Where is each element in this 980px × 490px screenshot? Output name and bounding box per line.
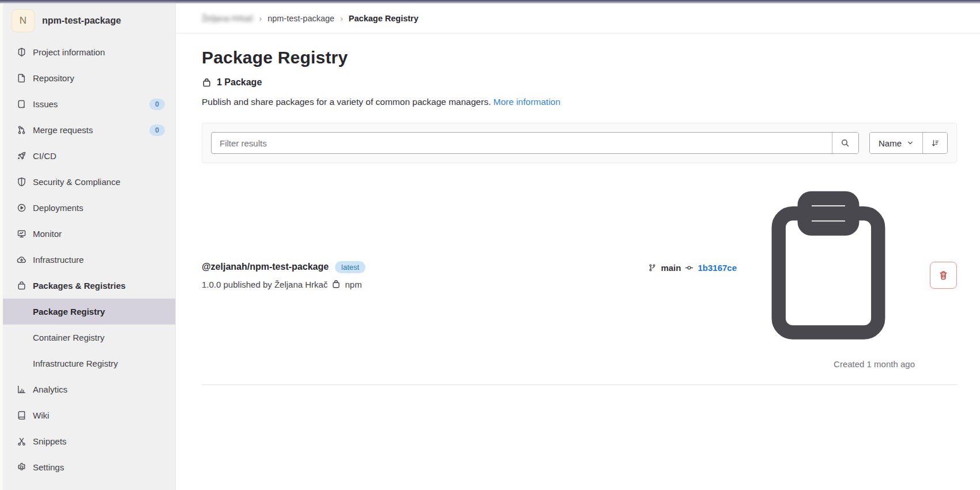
issues-icon (17, 99, 27, 109)
search-icon (840, 138, 850, 148)
package-info: @zeljanah/npm-test-package latest 1.0.0 … (202, 261, 365, 289)
package-type-label: npm (345, 280, 361, 289)
package-count-label: 1 Package (217, 77, 262, 88)
more-information-link[interactable]: More information (493, 97, 560, 107)
copy-commit-button[interactable] (742, 181, 915, 354)
package-meta: main 1b3167ce Created 1 month ago (648, 181, 915, 369)
package-icon (202, 78, 212, 88)
sidebar-item-deployments[interactable]: Deployments (3, 195, 175, 221)
breadcrumb-project[interactable]: npm-test-package (267, 14, 334, 23)
sidebar-item-ci-cd[interactable]: CI/CD (3, 143, 175, 169)
project-avatar: N (12, 9, 35, 32)
project-information-icon (17, 47, 27, 57)
sidebar-item-infrastructure[interactable]: Infrastructure (3, 247, 175, 273)
chevron-down-icon (907, 140, 914, 146)
breadcrumb: Željana Hrkač › npm-test-package › Packa… (176, 3, 980, 33)
sidebar-item-label: Infrastructure Registry (33, 359, 118, 368)
latest-badge: latest (335, 261, 365, 273)
sort-descending-icon (931, 139, 940, 148)
sidebar-item-packages-registries[interactable]: Packages & Registries (3, 273, 175, 299)
package-created-label: Created 1 month ago (834, 359, 915, 369)
sort-field-dropdown[interactable]: Name (870, 133, 922, 153)
sidebar-item-monitor[interactable]: Monitor (3, 221, 175, 247)
rocket-icon (17, 151, 27, 161)
page-description: Publish and share packages for a variety… (202, 97, 957, 107)
sidebar-item-label: Container Registry (33, 333, 104, 342)
sidebar-item-label: Settings (33, 462, 64, 472)
sidebar-item-label: Packages & Registries (33, 281, 126, 291)
sidebar-item-snippets[interactable]: Snippets (3, 428, 175, 454)
sidebar-nav: Project information Repository Issues 0 … (3, 39, 175, 480)
sidebar-item-label: Infrastructure (33, 255, 84, 265)
delete-package-button[interactable] (930, 262, 957, 289)
sidebar-item-infrastructure-registry[interactable]: Infrastructure Registry (3, 350, 175, 376)
sidebar-item-label: Package Registry (33, 307, 105, 316)
sort-controls: Name (869, 132, 948, 154)
sidebar-item-label: Analytics (33, 385, 67, 394)
sidebar-item-repository[interactable]: Repository (3, 65, 175, 91)
sidebar-item-merge-requests[interactable]: Merge requests 0 (3, 117, 175, 143)
gear-icon (17, 462, 27, 472)
sidebar-project-header[interactable]: N npm-test-package (3, 3, 175, 36)
main-content: Željana Hrkač › npm-test-package › Packa… (176, 3, 980, 490)
sidebar-item-label: Issues (33, 99, 58, 109)
sidebar-item-security-compliance[interactable]: Security & Compliance (3, 169, 175, 195)
sidebar-item-label: Security & Compliance (33, 177, 120, 187)
sidebar-item-analytics[interactable]: Analytics (3, 376, 175, 402)
trash-icon (938, 270, 948, 280)
breadcrumb-separator: › (340, 14, 343, 23)
search-button[interactable] (832, 133, 858, 153)
sidebar-item-wiki[interactable]: Wiki (3, 402, 175, 428)
cloud-icon (17, 255, 27, 265)
package-count: 1 Package (202, 77, 957, 88)
chart-icon (17, 385, 27, 394)
sidebar-item-issues[interactable]: Issues 0 (3, 91, 175, 117)
sort-field-label: Name (879, 138, 902, 148)
breadcrumb-separator: › (259, 14, 262, 23)
description-text: Publish and share packages for a variety… (202, 97, 491, 107)
project-sidebar: N npm-test-package Project information R… (3, 3, 176, 490)
sidebar-item-label: CI/CD (33, 151, 56, 161)
package-row: @zeljanah/npm-test-package latest 1.0.0 … (202, 163, 957, 385)
package-icon (17, 281, 27, 291)
sidebar-item-label: Monitor (33, 229, 62, 239)
breadcrumb-namespace[interactable]: Željana Hrkač (202, 14, 253, 23)
sidebar-item-settings[interactable]: Settings (3, 454, 175, 480)
book-icon (17, 410, 27, 420)
npm-package-icon (331, 280, 341, 289)
merge-request-icon (17, 125, 27, 135)
breadcrumb-current-page: Package Registry (349, 14, 419, 23)
branch-icon (648, 263, 657, 272)
sort-direction-button[interactable] (922, 133, 947, 153)
package-name-link[interactable]: @zeljanah/npm-test-package (202, 262, 329, 272)
filter-bar: Name (202, 123, 957, 163)
filter-input[interactable] (212, 133, 832, 153)
scissors-icon (17, 436, 27, 446)
issues-count-badge: 0 (149, 99, 165, 110)
sidebar-item-label: Deployments (33, 203, 84, 213)
filter-input-group (211, 132, 859, 154)
sidebar-item-container-registry[interactable]: Container Registry (3, 325, 175, 350)
deployments-icon (17, 203, 27, 213)
commit-sha-link[interactable]: 1b3167ce (698, 263, 737, 273)
sidebar-item-project-information[interactable]: Project information (3, 39, 175, 65)
page-title: Package Registry (202, 48, 957, 67)
repository-document-icon (17, 73, 27, 83)
sidebar-item-label: Wiki (33, 410, 49, 420)
sidebar-item-label: Project information (33, 47, 105, 57)
package-published-text: 1.0.0 published by Željana Hrkač (202, 280, 327, 289)
clipboard-icon (742, 181, 915, 354)
sidebar-item-package-registry[interactable]: Package Registry (3, 299, 175, 325)
merge-requests-count-badge: 0 (149, 125, 165, 136)
monitor-icon (17, 229, 27, 239)
sidebar-item-label: Merge requests (33, 125, 93, 135)
branch-name[interactable]: main (661, 263, 681, 273)
sidebar-item-label: Repository (33, 73, 74, 83)
commit-icon (685, 263, 693, 272)
project-name: npm-test-package (42, 16, 121, 26)
sidebar-item-label: Snippets (33, 436, 66, 446)
shield-icon (17, 177, 27, 187)
